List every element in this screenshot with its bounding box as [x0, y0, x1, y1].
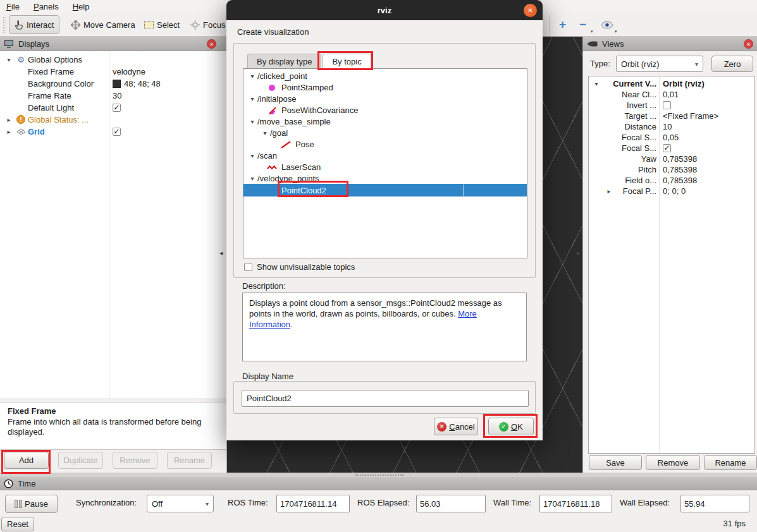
collapse-right-panel-handle[interactable]: ▸	[577, 249, 581, 257]
wall-elapsed-field[interactable]: 55.94	[680, 495, 749, 512]
show-unvisualizable-checkbox[interactable]	[244, 263, 252, 271]
default-light-checkbox[interactable]	[113, 104, 121, 112]
displays-row-global-status[interactable]: Global Status: ...	[0, 113, 226, 125]
expander-open-icon[interactable]	[249, 152, 256, 159]
zero-button[interactable]: Zero	[711, 56, 753, 72]
views-row-near-clip[interactable]: Near Cl... 0,01	[589, 89, 754, 100]
cancel-button[interactable]: ✕ Cancel	[434, 418, 478, 435]
views-panel-titlebar[interactable]: Views	[583, 37, 757, 51]
fixed-frame-value[interactable]: velodyne	[113, 67, 145, 76]
views-row-current-view[interactable]: Current V... Orbit (rviz)	[589, 78, 754, 89]
views-row-distance[interactable]: Distance 10	[589, 121, 754, 132]
tab-by-topic[interactable]: By topic	[323, 54, 371, 69]
menu-file[interactable]: File	[6, 2, 20, 11]
displays-column-divider[interactable]	[109, 51, 109, 398]
display-name-input[interactable]: PointCloud2	[242, 390, 529, 407]
show-unvisualizable-row[interactable]: Show unvisualizable topics	[244, 262, 355, 272]
expander-closed-icon[interactable]	[5, 128, 13, 135]
expander-closed-icon[interactable]	[5, 116, 13, 123]
views-row-field-of-view[interactable]: Field o... 0,785398	[589, 175, 754, 186]
topic-row-clicked-point[interactable]: /clicked_point	[243, 70, 527, 82]
time-panel-title: Time	[18, 479, 35, 488]
views-row-target-frame[interactable]: Target ... <Fixed Frame>	[589, 111, 754, 121]
duplicate-display-button[interactable]: Duplicate	[58, 452, 103, 469]
time-panel-titlebar[interactable]: Time	[0, 477, 757, 490]
dropdown-arrow-icon[interactable]: ▾	[615, 29, 617, 34]
displays-row-background-color[interactable]: Background Color 48; 48; 48	[0, 77, 226, 89]
displays-row-global-options[interactable]: ⚙ Global Options	[0, 53, 226, 65]
expander-open-icon[interactable]	[249, 175, 256, 182]
background-color-value[interactable]: 48; 48; 48	[124, 79, 161, 88]
show-unvisualizable-label: Show unvisualizable topics	[257, 262, 355, 272]
displays-row-default-light[interactable]: Default Light	[0, 101, 226, 113]
move-camera-tool-button[interactable]: Move Camera	[66, 15, 140, 34]
dialog-title: rviz	[378, 6, 391, 15]
invert-z-checkbox[interactable]	[663, 101, 671, 109]
views-panel-close-icon[interactable]	[744, 39, 753, 49]
views-row-focal-shape-fixed[interactable]: Focal S...	[589, 143, 754, 154]
select-tool-button[interactable]: Select	[139, 15, 185, 34]
displays-row-fixed-frame[interactable]: Fixed Frame velodyne	[0, 65, 226, 77]
add-tool-button[interactable]: +	[554, 15, 571, 34]
expander-open-icon[interactable]	[261, 130, 269, 136]
views-row-yaw[interactable]: Yaw 0,785398	[589, 154, 754, 164]
reset-button[interactable]: Reset	[1, 517, 34, 531]
grid-icon	[15, 128, 27, 135]
interact-tool-button[interactable]: Interact	[9, 15, 59, 34]
views-row-focal-point[interactable]: Focal P... 0; 0; 0	[589, 186, 754, 196]
expander-open-icon[interactable]	[249, 73, 256, 80]
horizontal-splitter[interactable]	[0, 473, 757, 477]
displays-panel-titlebar[interactable]: Displays	[0, 37, 226, 51]
add-display-button[interactable]: Add	[4, 452, 49, 469]
expander-open-icon[interactable]	[249, 95, 256, 102]
color-swatch[interactable]	[113, 80, 121, 88]
displays-row-grid[interactable]: Grid	[0, 125, 226, 137]
expander-open-icon[interactable]	[5, 56, 13, 63]
tab-by-display-type[interactable]: By display type	[247, 54, 321, 69]
ok-button[interactable]: ✓ OK	[488, 418, 534, 435]
view-type-dropdown[interactable]: Orbit (rviz)	[616, 56, 703, 72]
dialog-close-icon[interactable]	[524, 4, 537, 17]
expander-open-icon[interactable]	[249, 118, 256, 125]
synchronization-dropdown[interactable]: Off	[147, 495, 214, 512]
time-panel: Time Pause Synchronization: Off ROS Time…	[0, 477, 757, 532]
views-row-invert-z[interactable]: Invert ...	[589, 100, 754, 111]
topic-row-laserscan[interactable]: LaserScan	[243, 161, 527, 172]
selection-box-icon	[144, 21, 154, 28]
dialog-titlebar[interactable]: rviz	[226, 0, 543, 20]
rename-view-button[interactable]: Rename	[704, 455, 757, 470]
focal-shape-checkbox[interactable]	[663, 144, 671, 152]
ros-elapsed-field[interactable]: 56.03	[416, 495, 486, 512]
topic-row-pose[interactable]: Pose	[243, 138, 527, 150]
displays-row-frame-rate[interactable]: Frame Rate 30	[0, 89, 226, 101]
wall-time-field[interactable]: 1704716811.18	[539, 495, 612, 512]
remove-tool-button[interactable]: − ▾	[574, 15, 591, 34]
topic-row-posewithcovariance[interactable]: PoseWithCovariance	[243, 104, 527, 116]
dropdown-arrow-icon[interactable]: ▾	[591, 29, 593, 34]
rename-display-button[interactable]: Rename	[167, 452, 212, 469]
menu-panels[interactable]: Panels	[34, 2, 59, 11]
topic-row-velodyne-points[interactable]: /velodyne_points	[243, 172, 527, 184]
ros-time-field[interactable]: 1704716811.14	[276, 495, 350, 512]
menu-help[interactable]: Help	[73, 2, 90, 11]
topic-row-goal[interactable]: /goal	[243, 127, 527, 138]
visibility-tool-button[interactable]: ▾	[596, 15, 619, 34]
topic-row-initialpose[interactable]: /initialpose	[243, 93, 527, 104]
views-row-pitch[interactable]: Pitch 0,785398	[589, 164, 754, 175]
pause-button[interactable]: Pause	[5, 495, 58, 513]
remove-display-button[interactable]: Remove	[113, 452, 157, 469]
displays-panel-close-icon[interactable]	[207, 39, 216, 49]
clock-icon	[4, 479, 13, 488]
grid-enabled-checkbox[interactable]	[113, 128, 121, 136]
toolbar-drag-handle[interactable]	[3, 16, 6, 33]
save-view-button[interactable]: Save	[589, 455, 642, 470]
frame-rate-value[interactable]: 30	[113, 91, 121, 100]
remove-view-button[interactable]: Remove	[646, 455, 700, 470]
views-row-focal-shape-size[interactable]: Focal S... 0,05	[589, 132, 754, 143]
topic-row-pointstamped[interactable]: PointStamped	[243, 82, 527, 93]
topic-row-scan[interactable]: /scan	[243, 150, 527, 161]
laser-scan-icon	[266, 164, 278, 171]
topic-row-pointcloud2-selected[interactable]: PointCloud2	[243, 184, 527, 196]
topic-row-move-base-simple[interactable]: /move_base_simple	[243, 116, 527, 127]
collapse-left-panel-handle[interactable]: ◂	[219, 249, 223, 257]
